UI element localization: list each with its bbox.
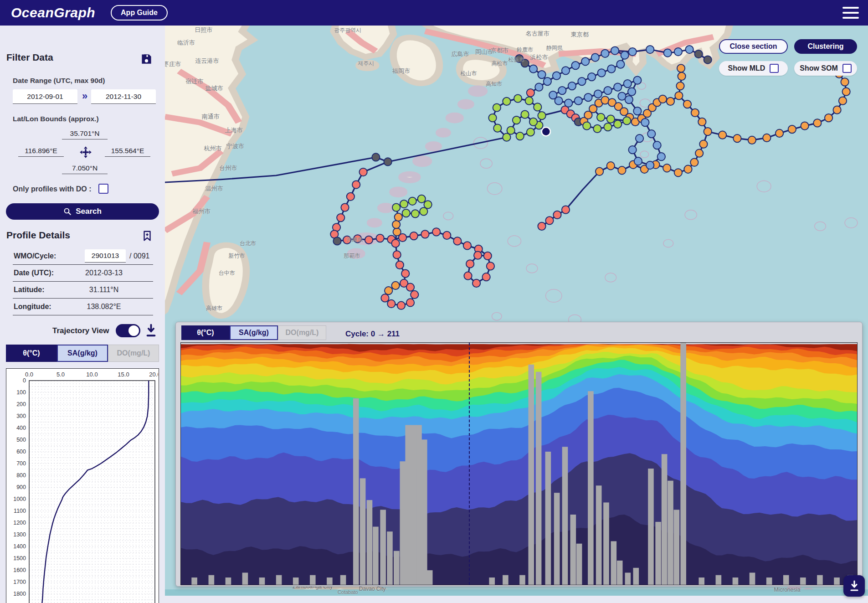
section-tab-do[interactable]: DO(mg/L) xyxy=(278,325,326,340)
trajectory-point[interactable] xyxy=(607,65,615,72)
trajectory-point[interactable] xyxy=(690,159,698,166)
show-mld-toggle[interactable]: Show MLD xyxy=(719,61,788,76)
section-tab-sa[interactable]: SA(g/kg) xyxy=(230,325,278,340)
trajectory-point[interactable] xyxy=(596,168,603,175)
trajectory-point[interactable] xyxy=(683,100,691,108)
trajectory-point[interactable] xyxy=(763,134,770,142)
trajectory-point[interactable] xyxy=(588,73,596,81)
trajectory-point[interactable] xyxy=(628,88,636,95)
trajectory-point[interactable] xyxy=(393,228,401,236)
trajectory-point[interactable] xyxy=(488,114,496,122)
close-section-button[interactable]: Close section xyxy=(719,39,788,54)
show-som-toggle[interactable]: Show SOM xyxy=(794,61,857,76)
trajectory-point[interactable] xyxy=(842,88,850,95)
trajectory-point[interactable] xyxy=(527,89,534,97)
trajectory-point[interactable] xyxy=(562,206,570,213)
trajectory-point[interactable] xyxy=(408,197,416,205)
trajectory-point[interactable] xyxy=(529,118,537,126)
trajectory-point[interactable] xyxy=(507,127,515,134)
trajectory-point[interactable] xyxy=(675,92,683,99)
trajectory-point[interactable] xyxy=(401,270,409,278)
show-mld-checkbox[interactable] xyxy=(770,64,779,73)
trajectory-point[interactable] xyxy=(571,62,579,69)
trajectory-point[interactable] xyxy=(514,94,522,102)
download-section-button[interactable] xyxy=(843,575,865,597)
trajectory-point[interactable] xyxy=(516,132,524,140)
trajectory-point[interactable] xyxy=(699,140,707,148)
trajectory-point[interactable] xyxy=(685,46,693,53)
trajectory-point[interactable] xyxy=(558,87,566,94)
trajectory-point[interactable] xyxy=(372,153,380,161)
trajectory-point[interactable] xyxy=(694,50,702,58)
trajectory-point[interactable] xyxy=(614,120,621,128)
menu-icon[interactable] xyxy=(842,7,859,19)
trajectory-point[interactable] xyxy=(418,195,426,203)
trajectory-point[interactable] xyxy=(393,251,401,258)
trajectory-point[interactable] xyxy=(633,107,641,115)
trajectory-point[interactable] xyxy=(776,129,783,137)
tab-sa[interactable]: SA(g/kg) xyxy=(57,345,108,362)
trajectory-point[interactable] xyxy=(575,97,582,105)
trajectory-point[interactable] xyxy=(625,96,633,103)
trajectory-point[interactable] xyxy=(604,123,611,131)
trajectory-point[interactable] xyxy=(521,111,529,119)
trajectory-point[interactable] xyxy=(636,134,643,142)
trajectory-point[interactable] xyxy=(659,95,667,103)
trajectory-point[interactable] xyxy=(420,207,427,215)
trajectory-point[interactable] xyxy=(411,210,419,217)
trajectory-point[interactable] xyxy=(381,294,389,302)
tab-theta[interactable]: θ(°C) xyxy=(6,345,57,362)
trajectory-point[interactable] xyxy=(397,302,405,309)
trajectory-point[interactable] xyxy=(646,161,654,169)
trajectory-point[interactable] xyxy=(545,216,553,224)
trajectory-point[interactable] xyxy=(628,48,636,56)
trajectory-point[interactable] xyxy=(584,93,592,101)
trajectory-point[interactable] xyxy=(704,128,712,135)
trajectory-point[interactable] xyxy=(748,136,756,144)
trajectory-point[interactable] xyxy=(616,60,624,68)
trajectory-point[interactable] xyxy=(359,168,367,176)
trajectory-point[interactable] xyxy=(513,116,520,124)
trajectory-point[interactable] xyxy=(623,117,631,124)
trajectory-point[interactable] xyxy=(611,46,619,54)
trajectory-point[interactable] xyxy=(406,299,414,306)
trajectory-point[interactable] xyxy=(392,203,400,211)
date-start-input[interactable]: 2012-09-01 xyxy=(13,89,77,104)
west-bound-input[interactable]: 116.896°E xyxy=(18,145,64,157)
trajectory-point[interactable] xyxy=(813,119,821,127)
trajectory-point[interactable] xyxy=(387,300,395,308)
trajectory-point[interactable] xyxy=(400,200,408,208)
trajectory-point[interactable] xyxy=(598,69,606,77)
trajectory-point[interactable] xyxy=(529,65,537,72)
trajectory-point[interactable] xyxy=(591,53,599,61)
trajectory-point[interactable] xyxy=(695,149,703,157)
trajectory-point[interactable] xyxy=(503,98,510,105)
selected-profile-point[interactable] xyxy=(542,127,550,136)
trajectory-point[interactable] xyxy=(391,239,399,247)
trajectory-point[interactable] xyxy=(553,211,561,219)
trajectory-point[interactable] xyxy=(562,67,570,74)
trajectory-point[interactable] xyxy=(676,82,684,90)
trajectory-point[interactable] xyxy=(677,64,685,72)
save-icon[interactable] xyxy=(140,53,153,65)
trajectory-point[interactable] xyxy=(578,77,586,85)
trajectory-point[interactable] xyxy=(553,72,560,79)
trajectory-point[interactable] xyxy=(392,221,400,228)
trajectory-point[interactable] xyxy=(678,72,685,80)
trajectory-point[interactable] xyxy=(719,131,726,139)
trajectory-point[interactable] xyxy=(402,209,410,217)
trajectory-point[interactable] xyxy=(583,122,591,130)
app-guide-button[interactable]: App Guide xyxy=(111,5,168,21)
trajectory-point[interactable] xyxy=(594,90,602,98)
trajectory-point[interactable] xyxy=(474,252,482,259)
trajectory-point[interactable] xyxy=(396,261,404,269)
tab-do[interactable]: DO(mg/L) xyxy=(108,345,159,362)
section-plot[interactable] xyxy=(180,342,858,585)
trajectory-point[interactable] xyxy=(653,141,661,149)
trajectory-point[interactable] xyxy=(641,119,649,126)
trajectory-point[interactable] xyxy=(483,273,490,281)
trajectory-point[interactable] xyxy=(674,169,682,176)
trajectory-point[interactable] xyxy=(674,48,682,56)
trajectory-point[interactable] xyxy=(597,113,605,121)
trajectory-point[interactable] xyxy=(788,125,796,133)
